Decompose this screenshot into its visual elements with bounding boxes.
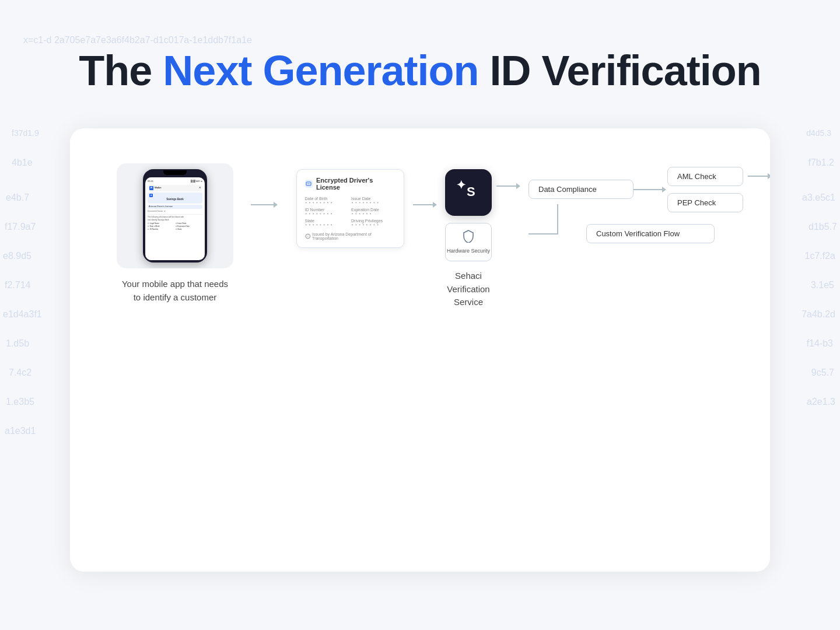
id-issued-label: i Issued by Arizona Department of Transp… — [305, 232, 396, 240]
id-card-icon — [305, 180, 313, 188]
aml-check-box: AML Check — [667, 167, 743, 186]
arrow-id-to-sehaci — [413, 204, 433, 205]
hero-heading: The Next Generation ID Verification — [0, 47, 840, 94]
flow-custom-row: Custom Verification Flow — [528, 224, 770, 243]
phone-section: 09:41 ▐▐▐ WiFi ● W Wallet ✕ A — [105, 163, 245, 304]
svg-text:S: S — [467, 184, 475, 199]
main-card: 09:41 ▐▐▐ WiFi ● W Wallet ✕ A — [70, 128, 770, 572]
arrow-phone-to-id — [251, 204, 274, 205]
flow-top-row: Data Compliance AML Check — [528, 166, 770, 212]
hardware-security-box: Hardware Security — [445, 223, 492, 261]
id-field-row-2: ID Number •••••••• Expiration Date •••••… — [305, 208, 396, 216]
phone-mockup: 09:41 ▐▐▐ WiFi ● W Wallet ✕ A — [143, 169, 207, 262]
id-card-title: Encrypted Driver's License — [316, 177, 396, 191]
id-field-row-3: State •••••••• Driving Privileges ••••••… — [305, 219, 396, 228]
phone-label: Your mobile app that needsto identify a … — [122, 278, 228, 304]
data-compliance-box: Data Compliance — [528, 180, 634, 199]
wallet-bar: W Wallet ✕ — [148, 185, 202, 191]
id-card-header: Encrypted Driver's License — [305, 177, 396, 191]
wallet-icon: W — [149, 186, 153, 190]
id-card: Encrypted Driver's License Date of Birth… — [296, 169, 404, 248]
heading-suffix: ID Verification — [479, 47, 761, 94]
id-field-row-1: Date of Birth •••••••• Issue Date ••••••… — [305, 197, 396, 205]
sehaci-section: ✦ S Hardware Security SehaciVerification… — [445, 169, 492, 309]
phone-screen: 09:41 ▐▐▐ WiFi ● W Wallet ✕ A — [145, 177, 205, 260]
heading-prefix: The — [79, 47, 163, 94]
right-check-boxes: AML Check ✓ Verified PEP Check — [667, 166, 770, 212]
svg-text:i: i — [307, 235, 308, 238]
arrow-sehaci-to-flow — [496, 184, 517, 187]
id-card-section: Encrypted Driver's License Date of Birth… — [292, 169, 408, 248]
shield-icon — [463, 230, 474, 246]
phone-screen-content: 09:41 ▐▐▐ WiFi ● W Wallet ✕ A — [148, 180, 202, 231]
phone-container: 09:41 ▐▐▐ WiFi ● W Wallet ✕ A — [117, 163, 233, 268]
sehaci-label: SehaciVerification Service — [445, 270, 492, 309]
sehaci-symbol: ✦ S — [454, 176, 483, 209]
verification-section: Data Compliance AML Check — [528, 166, 770, 243]
phone-notch — [163, 170, 187, 175]
heading-highlight: Next Generation — [163, 47, 478, 94]
hardware-security-label: Hardware Security — [447, 248, 490, 255]
pep-check-box: PEP Check — [667, 193, 743, 212]
sehaci-logo-box: ✦ S — [445, 169, 492, 216]
custom-verification-box: Custom Verification Flow — [586, 224, 715, 243]
card-content: 09:41 ▐▐▐ WiFi ● W Wallet ✕ A — [105, 163, 735, 542]
svg-text:✦: ✦ — [456, 178, 466, 191]
